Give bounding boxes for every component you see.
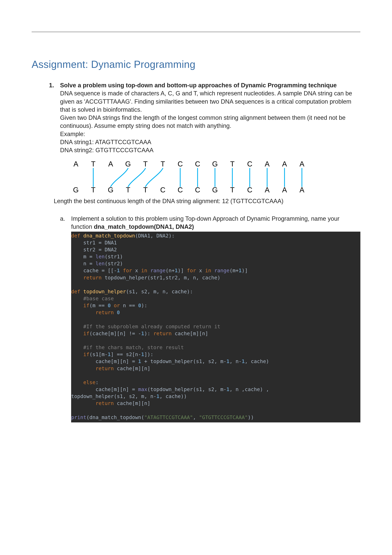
code-text: , n- xyxy=(229,358,242,364)
code-text: (m == xyxy=(89,302,108,308)
svg-text:C: C xyxy=(195,186,200,194)
code-text: n = xyxy=(71,261,95,267)
code-kw: return xyxy=(95,400,114,406)
code-comment: #if the chars match, store result xyxy=(71,344,184,351)
question-paragraph-1: DNA sequence is made of characters A, C,… xyxy=(60,89,360,114)
code-text: ]): xyxy=(144,351,153,358)
code-kw: def xyxy=(71,233,83,239)
svg-text:A: A xyxy=(265,160,270,168)
code-text: (cache[m][n] != - xyxy=(89,330,141,336)
code-text: topdown_helper(s1, s2, m, n- xyxy=(71,393,156,399)
code-text: (str1) xyxy=(105,254,123,260)
svg-text:C: C xyxy=(178,186,183,194)
code-text: str1 = DNA1 xyxy=(71,240,117,246)
code-text: ): xyxy=(144,330,153,336)
code-text xyxy=(147,268,150,274)
code-number: 0 xyxy=(138,302,141,308)
code-kw: return xyxy=(95,365,114,372)
svg-text:T: T xyxy=(91,160,95,168)
code-kw: for xyxy=(123,268,132,274)
code-fn: topdown_helper xyxy=(83,289,126,295)
code-kw: for xyxy=(187,268,196,274)
code-text: (s1[m- xyxy=(89,351,108,358)
dna-string-1: DNA string1: ATAGTTCCGTCAAA xyxy=(60,138,360,146)
code-text: (s1, s2, m, n, cache): xyxy=(126,289,193,295)
code-text: x xyxy=(132,268,141,274)
horizontal-rule xyxy=(32,32,360,32)
code-number: 1 xyxy=(239,268,242,274)
sub-question-a: a. Implement a solution to this problem … xyxy=(60,215,360,423)
code-text: (dna_match_topdown( xyxy=(86,414,144,420)
code-kw: in xyxy=(141,268,147,274)
code-text: (topdown_helper(s1, s2, m- xyxy=(147,386,227,392)
code-text xyxy=(211,268,214,274)
code-number: 1 xyxy=(141,351,144,358)
code-number: 1 xyxy=(227,386,229,392)
code-text: x xyxy=(196,268,205,274)
svg-text:T: T xyxy=(126,186,130,194)
question-heading: Solve a problem using top-down and botto… xyxy=(60,81,360,89)
svg-text:T: T xyxy=(143,160,148,168)
code-text xyxy=(111,302,114,308)
example-label: Example: xyxy=(60,130,360,138)
code-string: "GTGTTCCCGTCAAA" xyxy=(199,414,248,420)
code-text: cache[m][n] xyxy=(172,330,208,336)
code-text: (str2) xyxy=(105,261,123,267)
code-kw: else xyxy=(83,380,95,385)
question-number: 1. xyxy=(49,81,60,423)
code-text: , cache)) xyxy=(159,393,187,399)
code-text xyxy=(71,365,95,372)
code-text: (m+ xyxy=(229,268,239,274)
code-text: )) xyxy=(248,414,254,420)
code-kw: or xyxy=(114,302,120,308)
code-number: 1 xyxy=(141,330,144,336)
code-text xyxy=(71,400,95,406)
code-number: 1 xyxy=(242,358,245,364)
code-text: ] == s2[n- xyxy=(111,351,141,358)
svg-text:T: T xyxy=(230,160,235,168)
code-kw: def xyxy=(71,289,83,295)
svg-text:C: C xyxy=(247,186,252,194)
svg-text:C: C xyxy=(160,186,165,194)
question-paragraph-2: Given two DNA strings find the length of… xyxy=(60,114,360,130)
svg-text:G: G xyxy=(125,160,131,168)
code-text: : xyxy=(95,380,99,385)
code-text xyxy=(71,275,83,281)
code-text: (n+ xyxy=(165,268,175,274)
svg-text:G: G xyxy=(212,186,218,194)
code-block-topdown: def dna_match_topdown(DNA1, DNA2): str1 … xyxy=(71,232,360,423)
code-number: 1 xyxy=(156,393,159,399)
svg-text:A: A xyxy=(73,160,78,168)
code-text: cache[m][n] xyxy=(114,400,150,406)
sub-question-label: a. xyxy=(60,215,71,423)
code-kw: return xyxy=(153,330,172,336)
svg-text:C: C xyxy=(247,160,252,168)
code-text xyxy=(71,380,83,385)
svg-text:G: G xyxy=(73,186,79,194)
code-text: cache[m][n] xyxy=(114,365,150,372)
code-number: 1 xyxy=(108,351,111,358)
code-text: m = xyxy=(71,254,95,260)
question-body: Solve a problem using top-down and botto… xyxy=(60,81,360,423)
code-number: 1 xyxy=(138,358,141,364)
code-text: (DNA1, DNA2): xyxy=(135,233,175,239)
svg-text:C: C xyxy=(178,160,183,168)
code-number: 0 xyxy=(117,309,120,315)
code-text: )] xyxy=(178,268,187,274)
code-text: cache[m][n] = xyxy=(71,386,138,392)
code-text: cache = [[- xyxy=(71,268,117,274)
svg-text:A: A xyxy=(299,186,304,194)
code-number: 1 xyxy=(175,268,178,274)
svg-text:T: T xyxy=(143,186,148,194)
code-text: , cache) xyxy=(245,358,269,364)
code-comment: #base case xyxy=(71,296,114,301)
svg-text:C: C xyxy=(195,160,200,168)
function-name: dna_match_topdown(DNA1, DNA2) xyxy=(94,223,194,230)
code-comment: #If the subproblem already computed retu… xyxy=(71,323,220,329)
code-builtin: len xyxy=(95,254,105,260)
code-builtin: len xyxy=(95,261,105,267)
code-builtin: range xyxy=(150,268,165,274)
code-text: cache[m][n] = xyxy=(71,358,138,364)
svg-text:T: T xyxy=(91,186,95,194)
code-text xyxy=(71,351,83,358)
